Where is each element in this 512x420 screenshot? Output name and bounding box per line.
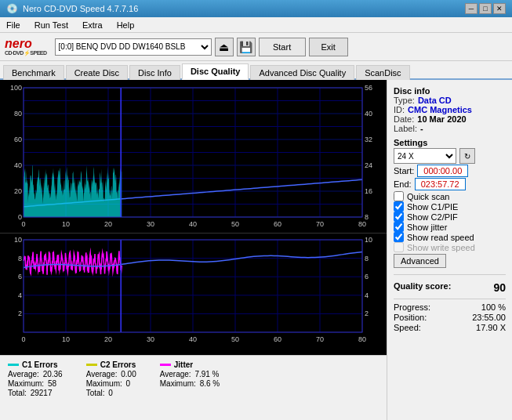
app-icon: 💿 xyxy=(6,3,18,14)
menu-help[interactable]: Help xyxy=(114,19,138,31)
tab-benchmark[interactable]: Benchmark xyxy=(3,65,64,80)
c1-total: Total: 29217 xyxy=(8,389,63,397)
title-bar: 💿 Nero CD-DVD Speed 4.7.7.16 ─ □ ✕ xyxy=(0,0,512,17)
show-read-speed-label: Show read speed xyxy=(407,233,474,242)
maximize-button[interactable]: □ xyxy=(479,3,492,14)
close-button[interactable]: ✕ xyxy=(493,3,506,14)
jitter-maximum: Maximum: 8.6 % xyxy=(160,379,220,388)
quality-score-value: 90 xyxy=(493,281,506,294)
tab-scandisc[interactable]: ScanDisc xyxy=(356,65,409,80)
app-title: Nero CD-DVD Speed 4.7.7.16 xyxy=(23,4,138,13)
quality-score-label: Quality score: xyxy=(394,281,451,294)
quality-score-section: Quality score: 90 xyxy=(394,274,506,294)
end-time-field[interactable] xyxy=(415,178,466,190)
window-controls: ─ □ ✕ xyxy=(465,3,506,14)
show-jitter-label: Show jitter xyxy=(407,223,447,232)
menu-bar: File Run Test Extra Help xyxy=(0,17,512,33)
quick-scan-label: Quick scan xyxy=(407,192,449,201)
c1-legend: C1 Errors Average: 20.36 Maximum: 58 Tot… xyxy=(8,360,63,397)
date-key: Date: xyxy=(394,114,414,124)
settings-label: Settings xyxy=(394,138,506,147)
drive-select[interactable]: [0:0] BENQ DVD DD DW1640 BSLB xyxy=(55,38,212,56)
speed-value: 17.90 X xyxy=(476,323,506,332)
quick-scan-checkbox[interactable] xyxy=(394,191,404,201)
c2-maximum: Maximum: 0 xyxy=(86,379,136,388)
c2-average: Average: 0.00 xyxy=(86,370,136,378)
speed-label: Speed: xyxy=(394,323,421,332)
tab-disc-info[interactable]: Disc Info xyxy=(129,65,180,80)
nero-sub-logo: CD·DVD⚡SPEED xyxy=(5,50,47,56)
progress-value: 100 % xyxy=(481,302,506,312)
c2-color-swatch xyxy=(86,364,97,366)
tab-create-disc[interactable]: Create Disc xyxy=(66,65,128,80)
side-panel: Disc info Type: Data CD ID: CMC Magnetic… xyxy=(387,80,512,420)
start-button[interactable]: Start xyxy=(259,38,306,56)
show-c1pie-checkbox[interactable] xyxy=(394,201,404,212)
jitter-legend: Jitter Average: 7.91 % Maximum: 8.6 % xyxy=(160,360,220,388)
c1-maximum: Maximum: 58 xyxy=(8,379,63,388)
c1-average: Average: 20.36 xyxy=(8,370,63,378)
end-label: End: xyxy=(394,179,412,189)
legend-area: C1 Errors Average: 20.36 Maximum: 58 Tot… xyxy=(0,355,387,418)
nero-logo: nero xyxy=(5,38,32,50)
type-key: Type: xyxy=(394,96,415,105)
show-c1pie-label: Show C1/PIE xyxy=(407,202,458,212)
menu-runtest[interactable]: Run Test xyxy=(31,19,71,31)
speed-select[interactable]: 24 X Maximum 16 X 8 X 4 X xyxy=(394,148,456,164)
start-label: Start: xyxy=(394,166,414,176)
menu-file[interactable]: File xyxy=(3,19,24,31)
date-value: 10 Mar 2020 xyxy=(417,114,466,124)
eject-icon[interactable]: ⏏ xyxy=(215,38,234,56)
show-write-speed-label: Show write speed xyxy=(407,243,475,252)
disc-info-section: Disc info Type: Data CD ID: CMC Magnetic… xyxy=(394,85,506,133)
charts-area: C1 Errors Average: 20.36 Maximum: 58 Tot… xyxy=(0,80,387,420)
exit-button[interactable]: Exit xyxy=(309,38,348,56)
progress-label: Progress: xyxy=(394,302,430,312)
tab-bar: Benchmark Create Disc Disc Info Disc Qua… xyxy=(0,61,512,80)
show-read-speed-checkbox[interactable] xyxy=(394,232,404,242)
c1-chart xyxy=(0,80,387,234)
disc-label-key: Label: xyxy=(394,124,417,133)
disc-info-label: Disc info xyxy=(394,86,506,96)
c2-label: C2 Errors xyxy=(100,360,136,369)
jitter-label: Jitter xyxy=(174,360,193,369)
type-value: Data CD xyxy=(418,96,452,105)
c1-color-swatch xyxy=(8,364,19,366)
nero-logo-area: nero CD·DVD⚡SPEED xyxy=(5,38,47,56)
advanced-button[interactable]: Advanced xyxy=(394,254,446,268)
minimize-button[interactable]: ─ xyxy=(465,3,478,14)
c2-legend: C2 Errors Average: 0.00 Maximum: 0 Total… xyxy=(86,360,136,397)
show-c2pif-checkbox[interactable] xyxy=(394,212,404,222)
progress-section: Progress: 100 % Position: 23:55.00 Speed… xyxy=(394,299,506,332)
tab-advanced-disc-quality[interactable]: Advanced Disc Quality xyxy=(250,65,354,80)
id-key: ID: xyxy=(394,105,405,114)
main-content: C1 Errors Average: 20.36 Maximum: 58 Tot… xyxy=(0,80,512,420)
show-jitter-checkbox[interactable] xyxy=(394,222,404,232)
start-time-field[interactable] xyxy=(417,165,468,177)
c2-total: Total: 0 xyxy=(86,389,136,397)
toolbar: nero CD·DVD⚡SPEED [0:0] BENQ DVD DD DW16… xyxy=(0,33,512,61)
save-icon[interactable]: 💾 xyxy=(237,38,256,56)
id-value: CMC Magnetics xyxy=(408,105,472,114)
show-c2pif-label: Show C2/PIF xyxy=(407,212,458,222)
refresh-icon-button[interactable]: ↻ xyxy=(459,148,475,164)
jitter-color-swatch xyxy=(160,364,171,366)
show-write-speed-checkbox[interactable] xyxy=(394,242,404,252)
menu-extra[interactable]: Extra xyxy=(79,19,106,31)
tab-disc-quality[interactable]: Disc Quality xyxy=(182,63,249,80)
jitter-chart xyxy=(0,234,387,355)
position-value: 23:55.00 xyxy=(472,313,506,322)
disc-label-value: - xyxy=(420,124,423,133)
position-label: Position: xyxy=(394,313,427,322)
c1-label: C1 Errors xyxy=(22,360,58,369)
jitter-average: Average: 7.91 % xyxy=(160,370,220,378)
settings-section: Settings 24 X Maximum 16 X 8 X 4 X ↻ Sta… xyxy=(394,136,506,268)
